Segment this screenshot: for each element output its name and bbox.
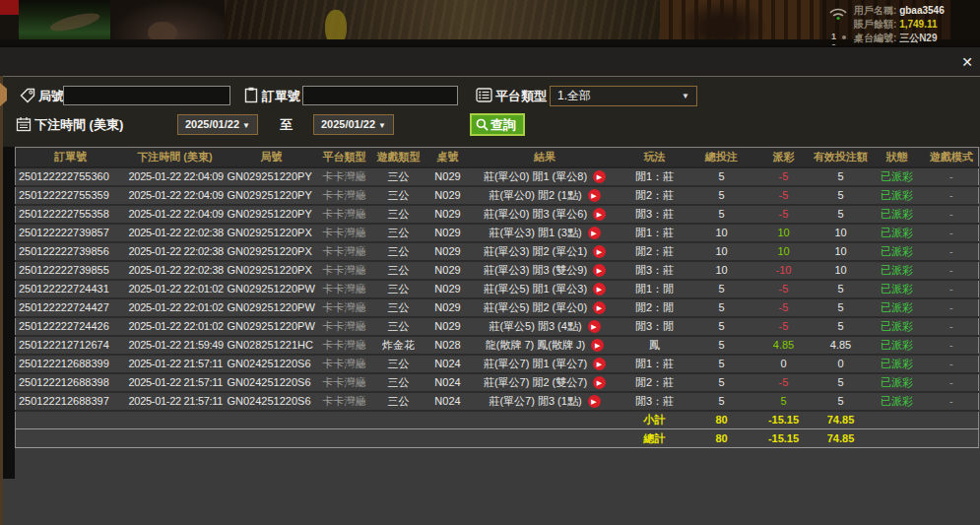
table-number-label: 桌台編號: <box>854 33 896 43</box>
cell-game-type: 三公 <box>370 167 427 186</box>
result-text: 莊(單公0) 閒2 (1點) <box>489 189 581 201</box>
result-text: 莊(單公3) 閒2 (單公1) <box>484 245 587 257</box>
cell-game-type: 三公 <box>370 392 427 411</box>
cell-payout: -5 <box>755 205 813 224</box>
cell-order-no: 250122222724431 <box>16 280 126 298</box>
platform-type-select[interactable]: 1.全部 ▼ <box>550 86 697 106</box>
play-video-button[interactable]: ▶ <box>593 301 606 314</box>
sum-label: 總計 <box>621 429 688 448</box>
close-icon[interactable]: ✕ <box>959 54 975 70</box>
cell-table-no: N028 <box>427 336 469 355</box>
cell-round-no: GN029251220PW <box>225 317 319 336</box>
cell-order-no: 250122222755358 <box>16 205 126 224</box>
play-video-button[interactable]: ▶ <box>588 320 601 333</box>
table-row: 2501222227244262025-01-22 22:01:02GN0292… <box>16 317 979 336</box>
cell-game-mode: - <box>925 392 979 411</box>
cell-bet-time: 2025-01-22 22:04:09 <box>126 186 225 205</box>
cell-status: 已派彩 <box>870 261 925 280</box>
play-video-button[interactable]: ▶ <box>593 358 606 370</box>
cell-payout: -5 <box>755 167 813 186</box>
cell-game-type: 三公 <box>370 224 427 242</box>
cell-game-mode: - <box>925 224 979 242</box>
column-header: 局號 <box>225 148 319 167</box>
cell-play-type: 閒1：莊 <box>621 167 688 186</box>
cell-game-mode: - <box>925 205 979 224</box>
date-to-picker[interactable]: 2025/01/22 ▼ <box>313 114 394 135</box>
cell-round-no: GN029251220PX <box>225 242 319 261</box>
cell-game-mode: - <box>925 261 979 280</box>
cell-game-type: 三公 <box>370 355 427 373</box>
play-video-button[interactable]: ▶ <box>591 339 604 352</box>
cell-table-no: N024 <box>427 392 469 411</box>
round-number-input[interactable] <box>63 86 230 105</box>
play-video-button[interactable]: ▶ <box>588 395 601 408</box>
cell-order-no: 250122222755359 <box>16 186 126 205</box>
sum-payout: -15.15 <box>755 411 813 429</box>
play-video-button[interactable]: ▶ <box>593 170 606 183</box>
cell-valid-bet: 5 <box>813 373 870 392</box>
date-from-picker[interactable]: 2025/01/22 ▼ <box>177 114 258 135</box>
cell-round-no: GN029251220PX <box>225 224 319 242</box>
table-row: 2501222127126742025-01-22 21:59:49GN0282… <box>16 336 979 355</box>
cell-total-bet: 10 <box>688 224 755 242</box>
username-value: gbaa3546 <box>899 5 945 16</box>
balance-row: 賬戶餘額: 1,749.11 <box>854 18 938 32</box>
result-text: 莊(單公5) 閒3 (4點) <box>489 320 581 332</box>
cell-play-type: 閒3：莊 <box>621 205 688 224</box>
chevron-down-icon: ▼ <box>378 121 386 130</box>
play-video-button[interactable]: ▶ <box>593 264 606 277</box>
table-marker-1[interactable]: 1 <box>831 32 846 41</box>
table-number-value: 三公N29 <box>899 33 937 43</box>
cell-result: 莊(單公0) 閒3 (單公6)▶ <box>469 205 621 224</box>
play-video-button[interactable]: ▶ <box>593 208 606 221</box>
cell-bet-time: 2025-01-22 22:04:09 <box>126 205 225 224</box>
cell-bet-time: 2025-01-22 21:57:11 <box>126 355 225 373</box>
cell-platform: 卡卡灣廳 <box>319 373 370 392</box>
play-video-button[interactable]: ▶ <box>593 376 606 389</box>
cell-play-type: 閒2：閒 <box>621 298 688 317</box>
cell-table-no: N029 <box>427 186 469 205</box>
cell-play-type: 閒1：閒 <box>621 280 688 298</box>
cell-game-type: 三公 <box>370 280 427 298</box>
search-button-label: 查詢 <box>490 117 516 132</box>
play-video-button[interactable]: ▶ <box>593 245 606 258</box>
cell-status: 已派彩 <box>870 242 925 261</box>
cell-result: 莊(單公7) 閒1 (單公7)▶ <box>469 355 621 373</box>
column-header: 派彩 <box>755 148 813 167</box>
cell-game-mode: - <box>925 298 979 317</box>
play-video-button[interactable]: ▶ <box>588 227 601 239</box>
cell-payout: -5 <box>755 186 813 205</box>
cell-game-type: 三公 <box>370 298 427 317</box>
cell-payout: -5 <box>755 280 813 298</box>
cell-valid-bet: 5 <box>813 392 870 411</box>
username-row: 用戶名稱: gbaa3546 <box>854 4 945 18</box>
result-text: 莊(單公5) 閒1 (單公3) <box>484 283 587 295</box>
cell-table-no: N029 <box>427 298 469 317</box>
cell-order-no: 250122222739855 <box>16 261 126 280</box>
table-row: 2501222227553592025-01-22 22:04:09GN0292… <box>16 186 979 205</box>
cell-play-type: 閒2：莊 <box>621 242 688 261</box>
order-number-input[interactable] <box>302 86 458 105</box>
cell-platform: 卡卡灣廳 <box>319 336 370 355</box>
cell-table-no: N029 <box>427 280 469 298</box>
cell-order-no: 250122212688399 <box>16 355 126 373</box>
table-row: 2501222126883972025-01-22 21:57:11GN0242… <box>16 392 979 411</box>
video-red-corner <box>0 0 19 15</box>
date-from-value: 2025/01/22 <box>185 118 239 130</box>
cell-platform: 卡卡灣廳 <box>319 317 370 336</box>
cell-valid-bet: 5 <box>813 317 870 336</box>
column-header: 總投注 <box>688 148 755 167</box>
cell-round-no: GN029251220PW <box>225 298 319 317</box>
play-video-button[interactable]: ▶ <box>593 283 606 295</box>
play-video-button[interactable]: ▶ <box>588 189 601 202</box>
search-button[interactable]: 查詢 <box>470 113 525 136</box>
cell-game-mode: - <box>925 355 979 373</box>
sum-valid-bet: 74.85 <box>813 429 870 448</box>
cell-total-bet: 10 <box>688 242 755 261</box>
table-row: 2501222227553582025-01-22 22:04:09GN0292… <box>16 205 979 224</box>
cell-round-no: GN029251220PY <box>225 186 319 205</box>
cell-total-bet: 5 <box>688 280 755 298</box>
cell-game-type: 三公 <box>370 261 427 280</box>
table-row: 2501222227398572025-01-22 22:02:38GN0292… <box>16 224 979 242</box>
cell-table-no: N029 <box>427 224 469 242</box>
